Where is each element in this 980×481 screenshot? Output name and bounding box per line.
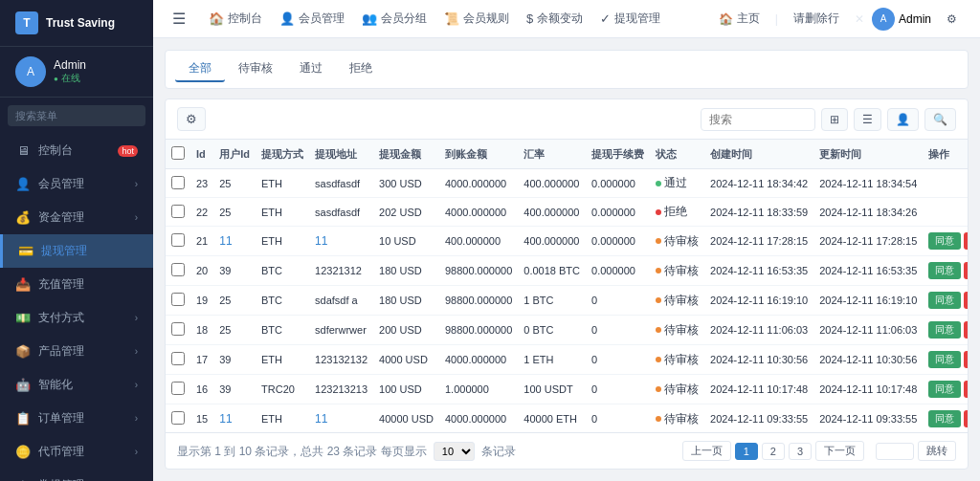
user-id-link[interactable]: 11 (219, 412, 232, 426)
status-dot-icon (656, 209, 661, 215)
approve-button[interactable]: 同意 (928, 410, 961, 427)
cell-actual: 98800.000000 (439, 256, 518, 286)
cell-actual: 98800.000000 (439, 286, 518, 316)
user-id-link[interactable]: 11 (219, 234, 232, 248)
member-split-icon: 👥 (362, 11, 377, 26)
topbar-remove-link[interactable]: 请删除行 (786, 7, 847, 31)
row-checkbox[interactable] (171, 352, 185, 365)
topbar-nav-member[interactable]: 👤 会员管理 (272, 7, 352, 31)
approve-button[interactable]: 同意 (928, 321, 961, 339)
grid-view-button[interactable]: ⊞ (821, 108, 848, 131)
topbar-home-link[interactable]: 🏠 主页 (711, 7, 768, 31)
topbar-nav-member-rules[interactable]: 📜 会员规则 (436, 7, 517, 31)
approve-button[interactable]: 同意 (928, 292, 961, 309)
cell-actions (923, 198, 968, 227)
menu-toggle-button[interactable]: ☰ (168, 6, 189, 32)
page-2-button[interactable]: 2 (762, 443, 785, 460)
table-search-input[interactable] (701, 108, 815, 131)
jump-button[interactable]: 跳转 (918, 441, 956, 461)
sidebar-item-payment[interactable]: 💵 支付方式 › (0, 301, 153, 335)
reject-button[interactable]: 拒绝 (964, 351, 968, 368)
sidebar-item-label: 支付方式 (38, 310, 127, 326)
cell-user-id: 25 (213, 286, 256, 316)
row-checkbox[interactable] (171, 205, 185, 218)
cell-actions: 同意拒绝 (923, 256, 968, 286)
cell-actual: 1.000000 (439, 375, 518, 404)
cell-address: 123132132 (309, 345, 373, 375)
cell-created: 2024-12-11 16:53:35 (704, 256, 813, 286)
row-checkbox[interactable] (171, 322, 185, 336)
sidebar-search-input[interactable] (8, 105, 145, 126)
reject-button[interactable]: 拒绝 (964, 381, 968, 398)
sidebar-item-orders[interactable]: 📋 订单管理 › (0, 402, 153, 435)
cell-created: 2024-12-11 18:34:42 (704, 169, 813, 198)
user-filter-button[interactable]: 👤 (887, 108, 919, 131)
cell-amount: 4000 USD (373, 345, 439, 375)
cell-actual: 98800.000000 (439, 316, 518, 345)
sidebar-item-coins[interactable]: 🪙 代币管理 › (0, 435, 153, 469)
cell-status: 待审核 (650, 256, 704, 286)
page-3-button[interactable]: 3 (789, 443, 812, 460)
page-jump-input[interactable] (876, 443, 914, 460)
avatar: A (15, 56, 46, 87)
row-checkbox[interactable] (171, 382, 185, 395)
col-actions: 操作 (923, 140, 968, 169)
row-checkbox[interactable] (171, 233, 185, 247)
approve-button[interactable]: 同意 (928, 351, 961, 368)
topbar-nav-member-split[interactable]: 👥 会员分组 (354, 7, 434, 31)
sidebar-item-funds[interactable]: 💰 资金管理 › (0, 201, 153, 234)
cell-user-id: 11 (213, 227, 256, 256)
reject-button[interactable]: 拒绝 (964, 232, 968, 250)
reject-button[interactable]: 拒绝 (964, 292, 968, 309)
sidebar-item-recharge[interactable]: 📥 充值管理 (0, 268, 153, 301)
cell-amount: 100 USD (373, 375, 439, 404)
cell-method: ETH (256, 404, 309, 433)
columns-button[interactable]: ☰ (854, 108, 881, 131)
sidebar-item-label: 资金管理 (38, 209, 127, 226)
row-checkbox[interactable] (171, 263, 185, 276)
column-settings-button[interactable]: ⚙ (177, 107, 206, 131)
sidebar-item-member[interactable]: 👤 会员管理 › (0, 167, 153, 201)
sidebar-logo: T Trust Saving (0, 0, 153, 47)
table-search-button[interactable]: 🔍 (924, 108, 956, 131)
approve-button[interactable]: 同意 (928, 232, 961, 250)
cell-rate: 40000 ETH (518, 404, 586, 433)
per-page-select[interactable]: 10 20 50 (434, 442, 475, 461)
content: 全部 待审核 通过 拒绝 ⚙ ⊞ ☰ 👤 🔍 (153, 38, 980, 481)
row-checkbox[interactable] (171, 293, 185, 306)
topbar-settings-button[interactable]: ⚙ (939, 9, 965, 30)
prev-page-button[interactable]: 上一页 (682, 441, 731, 461)
topbar-nav-dashboard[interactable]: 🏠 控制台 (201, 7, 270, 31)
table-row: 19 25 BTC sdafsdf a 180 USD 98800.000000… (166, 286, 968, 316)
row-checkbox[interactable] (171, 411, 185, 425)
cell-updated: 2024-12-11 16:19:10 (813, 286, 923, 316)
sidebar-item-dashboard[interactable]: 🖥 控制台 hot (0, 134, 153, 167)
payment-icon: 💵 (15, 311, 31, 325)
topbar-nav-withdrawal[interactable]: ✓ 提现管理 (592, 7, 668, 31)
withdrawal-nav-icon: ✓ (600, 11, 611, 26)
select-all-checkbox[interactable] (171, 146, 185, 160)
approve-button[interactable]: 同意 (928, 381, 961, 398)
tab-pending[interactable]: 待审核 (225, 56, 286, 82)
reject-button[interactable]: 拒绝 (964, 410, 968, 427)
address-link[interactable]: 11 (315, 412, 327, 426)
cell-method: ETH (256, 169, 309, 198)
sidebar-item-rules[interactable]: ⚙ 常规管理 › (0, 469, 153, 481)
tab-reject[interactable]: 拒绝 (336, 56, 386, 82)
sidebar-item-product[interactable]: 📦 产品管理 › (0, 335, 153, 368)
address-link[interactable]: 11 (315, 234, 327, 248)
topbar-nav-balance-label: 余额变动 (537, 11, 583, 27)
page-1-button[interactable]: 1 (735, 443, 758, 460)
reject-button[interactable]: 拒绝 (964, 262, 968, 279)
row-checkbox[interactable] (171, 176, 185, 189)
sidebar-item-smart[interactable]: 🤖 智能化 › (0, 368, 153, 402)
tab-pass[interactable]: 通过 (286, 56, 336, 82)
next-page-button[interactable]: 下一页 (815, 441, 864, 461)
reject-button[interactable]: 拒绝 (964, 321, 968, 339)
sidebar-item-withdrawal[interactable]: 💳 提现管理 (0, 234, 153, 268)
approve-button[interactable]: 同意 (928, 262, 961, 279)
hot-badge: hot (118, 145, 138, 157)
topbar-nav-balance[interactable]: $ 余额变动 (519, 7, 590, 31)
cell-method: BTC (256, 286, 309, 316)
tab-all[interactable]: 全部 (175, 56, 225, 82)
